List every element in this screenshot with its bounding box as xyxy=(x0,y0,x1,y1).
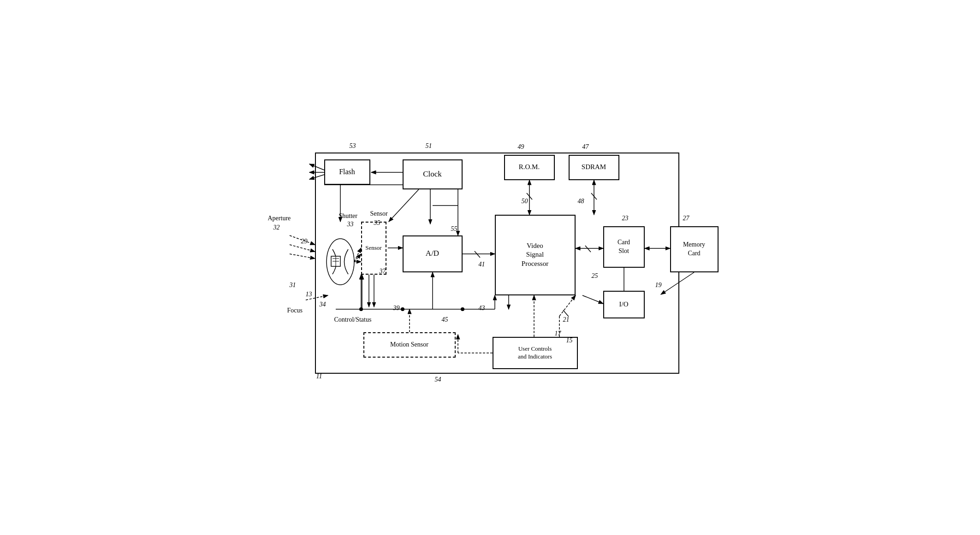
flash-box: Flash xyxy=(324,159,370,185)
aperture-label: Aperture xyxy=(268,215,291,222)
ref-51: 51 xyxy=(426,142,432,150)
ref-15: 15 xyxy=(566,337,573,344)
io-box: I/O xyxy=(603,291,645,318)
ref-37: 37 xyxy=(380,268,386,275)
ref-39: 39 xyxy=(393,305,400,312)
ref-41: 41 xyxy=(479,261,485,268)
ref-32: 32 xyxy=(273,224,280,231)
user-controls-box: User Controls and Indicators xyxy=(493,337,578,369)
ref-54: 54 xyxy=(435,376,441,383)
ref-31: 31 xyxy=(290,282,296,289)
shutter-label: Shutter xyxy=(339,212,357,220)
ref-17: 17 xyxy=(555,330,561,337)
ref-11: 11 xyxy=(316,373,322,380)
ref-23: 23 xyxy=(622,215,629,222)
ref-25: 25 xyxy=(592,272,598,280)
ref-43: 43 xyxy=(479,305,485,312)
ref-47: 47 xyxy=(582,143,589,151)
control-status-label: Control/Status xyxy=(334,316,372,323)
svg-line-25 xyxy=(290,254,315,259)
ref-48: 48 xyxy=(578,198,584,205)
card-slot-box: Card Slot xyxy=(603,226,645,268)
rom-box: R.O.M. xyxy=(504,155,555,180)
ref-49: 49 xyxy=(518,143,524,151)
ref-19: 19 xyxy=(655,282,662,289)
vsp-box: Video Signal Processor xyxy=(495,215,576,295)
motion-sensor-box: Motion Sensor xyxy=(363,332,456,358)
sdram-box: SDRAM xyxy=(569,155,619,180)
diagram-container: Flash Clock R.O.M. SDRAM A/D Video Signa… xyxy=(260,125,721,411)
memory-card-box: Memory Card xyxy=(670,226,719,272)
clock-box: Clock xyxy=(403,159,463,189)
ref-45: 45 xyxy=(442,316,448,323)
ref-53: 53 xyxy=(350,142,356,150)
ref-21: 21 xyxy=(563,316,570,323)
ad-box: A/D xyxy=(403,235,463,272)
ref-34: 34 xyxy=(320,301,326,308)
ref-33: 33 xyxy=(347,221,354,228)
ref-13: 13 xyxy=(306,291,312,298)
focus-label: Focus xyxy=(287,307,303,314)
ref-55: 55 xyxy=(451,225,457,233)
ref-50: 50 xyxy=(522,198,528,205)
ref-35: 35 xyxy=(374,219,380,227)
ref-29: 29 xyxy=(301,238,308,245)
ref-27: 27 xyxy=(683,215,689,222)
sensor-label: Sensor xyxy=(370,210,388,218)
svg-line-24 xyxy=(290,245,315,252)
sensor-box: Sensor xyxy=(361,222,386,275)
